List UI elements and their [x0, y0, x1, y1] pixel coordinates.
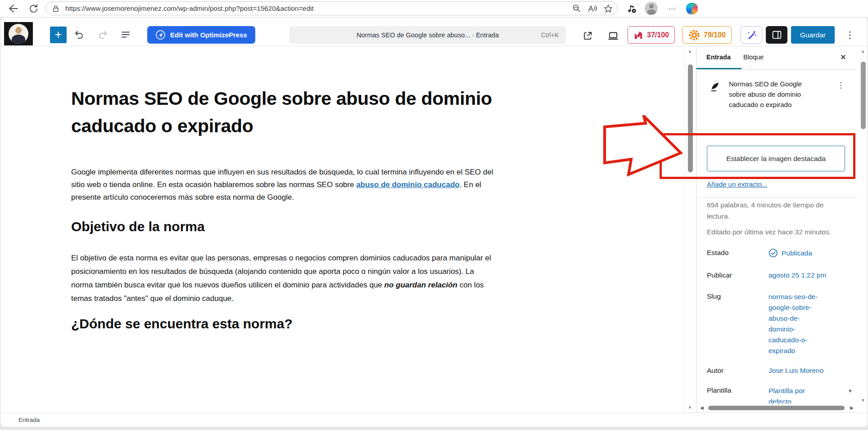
editor-breadcrumb-bar: Entrada: [0, 412, 868, 427]
command-shortcut: Ctrl+K: [541, 31, 559, 39]
back-button[interactable]: [6, 2, 20, 15]
template-dropdown-caret-icon[interactable]: ▼: [848, 388, 853, 394]
paragraph-objetivo[interactable]: El objetivo de esta norma es evitar que …: [71, 251, 497, 305]
ai-assistant-button[interactable]: [741, 26, 762, 44]
rankmath-icon: [633, 30, 643, 40]
list-view-button[interactable]: [118, 27, 133, 42]
horizontal-scrollbar-thumb[interactable]: [708, 406, 845, 410]
scroll-down-icon[interactable]: ▼: [859, 398, 868, 403]
post-card-title[interactable]: Normas SEO de Google sobre abuso de domi…: [729, 79, 823, 108]
undo-icon: [74, 29, 85, 40]
media-playing-button[interactable]: [625, 2, 638, 15]
editor-toolbar: + Edit with Opti: [0, 18, 868, 46]
gear-icon: [688, 29, 700, 41]
favorites-star-icon[interactable]: [604, 4, 613, 13]
add-excerpt-link[interactable]: Añade un extracto...: [707, 180, 767, 188]
tab-entrada[interactable]: Entrada: [706, 54, 731, 61]
site-logo-photo: [9, 24, 28, 44]
slug-label: Slug: [707, 292, 721, 300]
slug-line: caducado-o-: [769, 335, 829, 345]
template-label: Plantilla: [707, 386, 731, 394]
avatar-body: [647, 9, 656, 15]
paragraph-intro[interactable]: Google implementa diferentes normas que …: [71, 166, 497, 204]
publish-date-value[interactable]: agosto 25 1:22 pm: [769, 271, 826, 279]
rankmath-score-badge[interactable]: 37/100: [628, 26, 675, 44]
optimizepress-rocket-icon: [155, 30, 166, 40]
sidebar-horizontal-scrollbar[interactable]: ◀ ▶: [696, 404, 858, 412]
document-title: Normas SEO de Google sobre abuso... · En…: [357, 31, 499, 39]
template-line: defecto: [769, 396, 829, 403]
last-edited-info: Editado por última vez hace 32 minutos.: [707, 226, 844, 237]
sidebar-divider: [696, 197, 858, 198]
browser-toolbar: https://www.josemorenojimenez.com/wp-adm…: [0, 0, 868, 17]
card-title-line: caducado o expirado: [729, 99, 823, 108]
scroll-left-icon[interactable]: ◀: [700, 405, 704, 410]
card-title-line: sobre abuso de dominio: [729, 89, 823, 99]
refresh-button[interactable]: [26, 2, 40, 15]
magic-wand-icon: [746, 30, 757, 40]
slug-value[interactable]: normas-seo-de- google-sobre- abuso-de- d…: [769, 291, 829, 356]
copilot-icon[interactable]: [686, 3, 698, 14]
slug-line: dominio-: [769, 324, 829, 335]
zoom-out-icon[interactable]: [572, 4, 581, 13]
slug-line: expirado: [769, 345, 829, 356]
view-post-button[interactable]: [580, 28, 595, 43]
add-block-button[interactable]: +: [50, 27, 67, 43]
heading-objetivo[interactable]: Objetivo de la norma: [71, 219, 205, 234]
scroll-up-icon[interactable]: ▲: [859, 49, 868, 54]
tab-bloque[interactable]: Bloque: [743, 54, 764, 61]
settings-sidebar: Entrada Bloque ✕ Normas SEO de Google so…: [696, 46, 858, 412]
active-tab-underline: [696, 68, 741, 69]
avatar-head: [649, 4, 654, 9]
redo-button[interactable]: [95, 27, 109, 42]
refresh-icon: [27, 3, 38, 14]
browser-profile-avatar[interactable]: [645, 2, 658, 15]
card-title-line: Normas SEO de Google: [729, 79, 823, 89]
post-title[interactable]: Normas SEO de Google sobre abuso de domi…: [71, 85, 499, 140]
optimizepress-label: Edit with OptimizePress: [170, 31, 247, 39]
preview-button[interactable]: [606, 28, 620, 43]
annotation-highlight-box: [660, 133, 855, 179]
published-check-icon: [769, 248, 778, 258]
sidebar-scrollbar-thumb[interactable]: [861, 62, 866, 129]
template-line: Plantilla por: [769, 385, 829, 396]
lock-icon: [52, 4, 60, 13]
seo-score: 79/100: [704, 31, 726, 39]
external-link-icon: [583, 31, 593, 41]
read-aloud-icon[interactable]: [588, 4, 597, 13]
post-card-menu-button[interactable]: ⋮: [837, 81, 845, 90]
settings-panel-toggle[interactable]: [766, 26, 787, 44]
command-center-button[interactable]: Normas SEO de Google sobre abuso... · En…: [289, 26, 566, 44]
browser-menu-button[interactable]: …: [665, 0, 679, 14]
slug-line: abuso-de-: [769, 313, 829, 324]
rankmath-score: 37/100: [647, 31, 669, 39]
close-sidebar-button[interactable]: ✕: [840, 53, 846, 62]
heading-donde[interactable]: ¿Dónde se encuentra esta norma?: [71, 316, 293, 331]
author-value[interactable]: Jose Luis Moreno: [769, 367, 823, 375]
optimizepress-button[interactable]: Edit with OptimizePress: [147, 26, 255, 44]
inline-link-abuso-dominio[interactable]: abuso de dominio caducado: [356, 180, 460, 189]
template-value[interactable]: Plantilla por defecto: [769, 385, 829, 403]
content-scrollbar[interactable]: ▲ ▼: [685, 46, 695, 412]
post-quill-icon: [710, 81, 721, 92]
desktop-icon: [608, 30, 619, 41]
status-text: Publicada: [782, 249, 812, 257]
scroll-up-icon[interactable]: ▲: [685, 49, 695, 54]
page-viewport: + Edit with Opti: [0, 17, 868, 427]
options-menu-button[interactable]: ⋮: [842, 26, 858, 44]
redo-icon: [97, 29, 108, 40]
scroll-right-icon[interactable]: ▶: [850, 405, 854, 410]
site-logo[interactable]: [4, 22, 33, 45]
breadcrumb[interactable]: Entrada: [18, 417, 40, 423]
status-value[interactable]: Publicada: [769, 248, 812, 258]
sidebar-scrollbar[interactable]: ▲ ▼: [859, 46, 868, 412]
seo-score-badge[interactable]: 79/100: [683, 26, 732, 44]
author-label: Autor: [707, 367, 723, 375]
save-button[interactable]: Guardar: [791, 26, 835, 44]
undo-button[interactable]: [72, 27, 87, 42]
url-text: https://www.josemorenojimenez.com/wp-adm…: [65, 4, 314, 12]
scroll-down-icon[interactable]: ▼: [685, 405, 695, 410]
status-label: Estado: [707, 249, 728, 257]
address-bar[interactable]: https://www.josemorenojimenez.com/wp-adm…: [45, 1, 618, 15]
back-icon: [7, 3, 19, 14]
